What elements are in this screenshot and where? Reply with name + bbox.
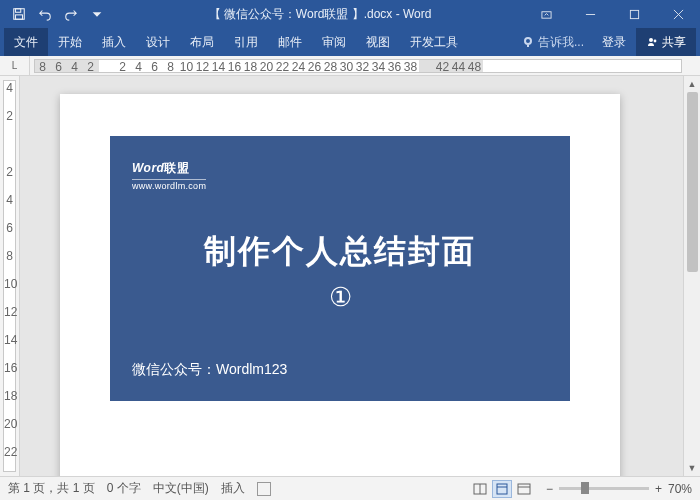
ribbon-options-icon[interactable] — [524, 0, 568, 28]
tab-review[interactable]: 审阅 — [312, 28, 356, 56]
maximize-icon[interactable] — [612, 0, 656, 28]
svg-rect-5 — [630, 10, 638, 18]
svg-rect-3 — [541, 11, 550, 17]
tab-layout[interactable]: 布局 — [180, 28, 224, 56]
svg-rect-12 — [497, 484, 507, 494]
minimize-icon[interactable] — [568, 0, 612, 28]
tab-references[interactable]: 引用 — [224, 28, 268, 56]
window-title: 【 微信公众号：Word联盟 】.docx - Word — [116, 6, 524, 23]
tab-file[interactable]: 文件 — [4, 28, 48, 56]
scroll-down-icon[interactable]: ▼ — [684, 460, 700, 476]
document-canvas[interactable]: Word联盟 www.wordlm.com 制作个人总结封面 ① 微信公众号：W… — [20, 76, 683, 476]
tab-developer[interactable]: 开发工具 — [400, 28, 468, 56]
scroll-up-icon[interactable]: ▲ — [684, 76, 700, 92]
qat-more-icon[interactable] — [86, 3, 108, 25]
cover-number: ① — [132, 282, 548, 313]
vertical-scrollbar[interactable]: ▲ ▼ — [683, 76, 700, 476]
status-page[interactable]: 第 1 页，共 1 页 — [8, 480, 95, 497]
zoom-slider[interactable] — [559, 487, 649, 490]
tell-me[interactable]: 告诉我... — [514, 34, 592, 51]
cover-title: 制作个人总结封面 — [132, 230, 548, 274]
view-print-icon[interactable] — [492, 480, 512, 498]
zoom-in-button[interactable]: + — [655, 482, 662, 496]
scroll-thumb[interactable] — [687, 92, 698, 272]
macro-record-icon[interactable] — [257, 482, 271, 496]
status-words[interactable]: 0 个字 — [107, 480, 141, 497]
cover-url: www.wordlm.com — [132, 179, 206, 191]
status-mode[interactable]: 插入 — [221, 480, 245, 497]
status-lang[interactable]: 中文(中国) — [153, 480, 209, 497]
svg-rect-1 — [16, 9, 21, 13]
undo-icon[interactable] — [34, 3, 56, 25]
page: Word联盟 www.wordlm.com 制作个人总结封面 ① 微信公众号：W… — [60, 94, 620, 476]
ruler-corner[interactable]: L — [0, 56, 30, 75]
tab-design[interactable]: 设计 — [136, 28, 180, 56]
redo-icon[interactable] — [60, 3, 82, 25]
close-icon[interactable] — [656, 0, 700, 28]
svg-point-9 — [654, 40, 657, 43]
cover-subtitle: 微信公众号：Wordlm123 — [132, 361, 548, 379]
tab-insert[interactable]: 插入 — [92, 28, 136, 56]
svg-rect-2 — [16, 15, 23, 19]
zoom-level[interactable]: 70% — [668, 482, 692, 496]
vertical-ruler[interactable]: 42246810121416182022 — [3, 80, 16, 472]
share-button[interactable]: 共享 — [636, 28, 696, 56]
tab-home[interactable]: 开始 — [48, 28, 92, 56]
horizontal-ruler[interactable]: 8642246810121416182022242628303234363842… — [34, 59, 682, 73]
tab-mailings[interactable]: 邮件 — [268, 28, 312, 56]
svg-rect-14 — [518, 484, 530, 494]
view-read-icon[interactable] — [470, 480, 490, 498]
zoom-out-button[interactable]: − — [546, 482, 553, 496]
tab-view[interactable]: 视图 — [356, 28, 400, 56]
cover-block: Word联盟 www.wordlm.com 制作个人总结封面 ① 微信公众号：W… — [110, 136, 570, 401]
svg-point-8 — [649, 38, 653, 42]
view-web-icon[interactable] — [514, 480, 534, 498]
login-button[interactable]: 登录 — [592, 28, 636, 56]
save-icon[interactable] — [8, 3, 30, 25]
cover-logo: Word联盟 — [132, 152, 548, 178]
